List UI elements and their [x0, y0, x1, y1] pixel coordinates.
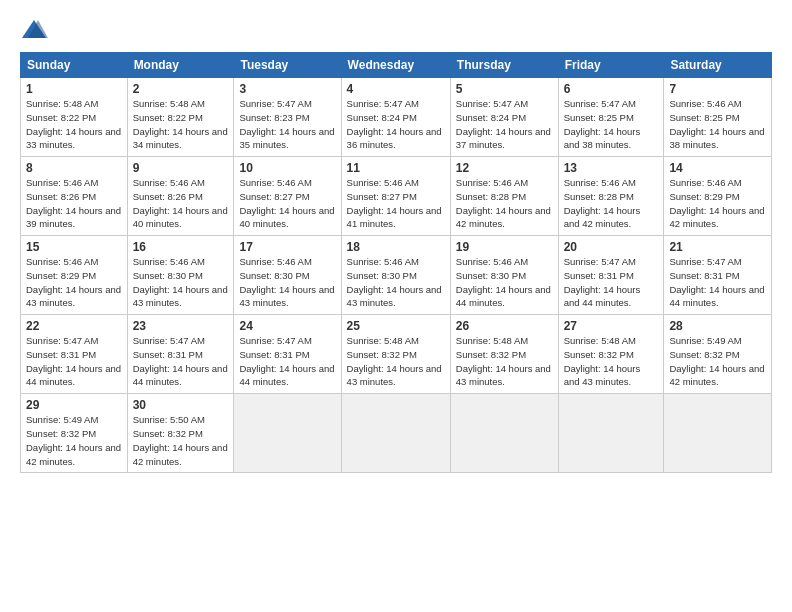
day-number: 9 — [133, 161, 229, 175]
day-info: Sunrise: 5:46 AMSunset: 8:30 PMDaylight:… — [239, 255, 335, 310]
day-info: Sunrise: 5:47 AMSunset: 8:31 PMDaylight:… — [564, 255, 659, 310]
day-info: Sunrise: 5:48 AMSunset: 8:22 PMDaylight:… — [133, 97, 229, 152]
day-cell-22: 22Sunrise: 5:47 AMSunset: 8:31 PMDayligh… — [21, 315, 128, 394]
day-number: 5 — [456, 82, 553, 96]
day-number: 30 — [133, 398, 229, 412]
logo-icon — [20, 16, 48, 44]
day-info: Sunrise: 5:48 AMSunset: 8:32 PMDaylight:… — [347, 334, 445, 389]
day-number: 16 — [133, 240, 229, 254]
weekday-header-saturday: Saturday — [664, 53, 772, 78]
day-cell-4: 4Sunrise: 5:47 AMSunset: 8:24 PMDaylight… — [341, 78, 450, 157]
day-number: 11 — [347, 161, 445, 175]
day-number: 20 — [564, 240, 659, 254]
day-cell-18: 18Sunrise: 5:46 AMSunset: 8:30 PMDayligh… — [341, 236, 450, 315]
day-cell-3: 3Sunrise: 5:47 AMSunset: 8:23 PMDaylight… — [234, 78, 341, 157]
empty-cell — [450, 394, 558, 473]
logo — [20, 16, 52, 44]
day-info: Sunrise: 5:46 AMSunset: 8:29 PMDaylight:… — [669, 176, 766, 231]
page: SundayMondayTuesdayWednesdayThursdayFrid… — [0, 0, 792, 612]
day-number: 10 — [239, 161, 335, 175]
day-cell-23: 23Sunrise: 5:47 AMSunset: 8:31 PMDayligh… — [127, 315, 234, 394]
day-number: 14 — [669, 161, 766, 175]
day-cell-29: 29Sunrise: 5:49 AMSunset: 8:32 PMDayligh… — [21, 394, 128, 473]
weekday-header-thursday: Thursday — [450, 53, 558, 78]
empty-cell — [341, 394, 450, 473]
day-cell-28: 28Sunrise: 5:49 AMSunset: 8:32 PMDayligh… — [664, 315, 772, 394]
weekday-header-friday: Friday — [558, 53, 664, 78]
day-info: Sunrise: 5:46 AMSunset: 8:26 PMDaylight:… — [133, 176, 229, 231]
day-cell-19: 19Sunrise: 5:46 AMSunset: 8:30 PMDayligh… — [450, 236, 558, 315]
day-number: 28 — [669, 319, 766, 333]
day-info: Sunrise: 5:46 AMSunset: 8:25 PMDaylight:… — [669, 97, 766, 152]
day-number: 8 — [26, 161, 122, 175]
day-cell-30: 30Sunrise: 5:50 AMSunset: 8:32 PMDayligh… — [127, 394, 234, 473]
day-number: 17 — [239, 240, 335, 254]
day-cell-12: 12Sunrise: 5:46 AMSunset: 8:28 PMDayligh… — [450, 157, 558, 236]
day-number: 26 — [456, 319, 553, 333]
day-info: Sunrise: 5:47 AMSunset: 8:31 PMDaylight:… — [133, 334, 229, 389]
day-info: Sunrise: 5:47 AMSunset: 8:31 PMDaylight:… — [26, 334, 122, 389]
day-info: Sunrise: 5:47 AMSunset: 8:23 PMDaylight:… — [239, 97, 335, 152]
day-cell-15: 15Sunrise: 5:46 AMSunset: 8:29 PMDayligh… — [21, 236, 128, 315]
day-number: 4 — [347, 82, 445, 96]
day-number: 7 — [669, 82, 766, 96]
day-cell-6: 6Sunrise: 5:47 AMSunset: 8:25 PMDaylight… — [558, 78, 664, 157]
header — [20, 16, 772, 44]
weekday-header-sunday: Sunday — [21, 53, 128, 78]
weekday-header-tuesday: Tuesday — [234, 53, 341, 78]
day-cell-8: 8Sunrise: 5:46 AMSunset: 8:26 PMDaylight… — [21, 157, 128, 236]
day-info: Sunrise: 5:47 AMSunset: 8:25 PMDaylight:… — [564, 97, 659, 152]
day-number: 23 — [133, 319, 229, 333]
day-info: Sunrise: 5:50 AMSunset: 8:32 PMDaylight:… — [133, 413, 229, 468]
day-cell-14: 14Sunrise: 5:46 AMSunset: 8:29 PMDayligh… — [664, 157, 772, 236]
week-row-4: 22Sunrise: 5:47 AMSunset: 8:31 PMDayligh… — [21, 315, 772, 394]
day-info: Sunrise: 5:46 AMSunset: 8:30 PMDaylight:… — [133, 255, 229, 310]
empty-cell — [558, 394, 664, 473]
day-number: 21 — [669, 240, 766, 254]
day-info: Sunrise: 5:46 AMSunset: 8:27 PMDaylight:… — [347, 176, 445, 231]
week-row-2: 8Sunrise: 5:46 AMSunset: 8:26 PMDaylight… — [21, 157, 772, 236]
day-cell-27: 27Sunrise: 5:48 AMSunset: 8:32 PMDayligh… — [558, 315, 664, 394]
day-number: 6 — [564, 82, 659, 96]
empty-cell — [664, 394, 772, 473]
day-info: Sunrise: 5:48 AMSunset: 8:22 PMDaylight:… — [26, 97, 122, 152]
day-number: 2 — [133, 82, 229, 96]
empty-cell — [234, 394, 341, 473]
day-cell-11: 11Sunrise: 5:46 AMSunset: 8:27 PMDayligh… — [341, 157, 450, 236]
day-cell-13: 13Sunrise: 5:46 AMSunset: 8:28 PMDayligh… — [558, 157, 664, 236]
day-info: Sunrise: 5:46 AMSunset: 8:29 PMDaylight:… — [26, 255, 122, 310]
weekday-header-wednesday: Wednesday — [341, 53, 450, 78]
calendar-table: SundayMondayTuesdayWednesdayThursdayFrid… — [20, 52, 772, 473]
day-info: Sunrise: 5:49 AMSunset: 8:32 PMDaylight:… — [669, 334, 766, 389]
day-number: 3 — [239, 82, 335, 96]
day-info: Sunrise: 5:47 AMSunset: 8:31 PMDaylight:… — [239, 334, 335, 389]
week-row-5: 29Sunrise: 5:49 AMSunset: 8:32 PMDayligh… — [21, 394, 772, 473]
day-cell-25: 25Sunrise: 5:48 AMSunset: 8:32 PMDayligh… — [341, 315, 450, 394]
day-info: Sunrise: 5:46 AMSunset: 8:30 PMDaylight:… — [347, 255, 445, 310]
day-cell-16: 16Sunrise: 5:46 AMSunset: 8:30 PMDayligh… — [127, 236, 234, 315]
day-cell-21: 21Sunrise: 5:47 AMSunset: 8:31 PMDayligh… — [664, 236, 772, 315]
week-row-1: 1Sunrise: 5:48 AMSunset: 8:22 PMDaylight… — [21, 78, 772, 157]
weekday-header-row: SundayMondayTuesdayWednesdayThursdayFrid… — [21, 53, 772, 78]
day-cell-7: 7Sunrise: 5:46 AMSunset: 8:25 PMDaylight… — [664, 78, 772, 157]
day-info: Sunrise: 5:48 AMSunset: 8:32 PMDaylight:… — [456, 334, 553, 389]
day-cell-9: 9Sunrise: 5:46 AMSunset: 8:26 PMDaylight… — [127, 157, 234, 236]
day-number: 25 — [347, 319, 445, 333]
day-info: Sunrise: 5:46 AMSunset: 8:28 PMDaylight:… — [564, 176, 659, 231]
day-number: 24 — [239, 319, 335, 333]
day-number: 15 — [26, 240, 122, 254]
day-info: Sunrise: 5:48 AMSunset: 8:32 PMDaylight:… — [564, 334, 659, 389]
day-cell-26: 26Sunrise: 5:48 AMSunset: 8:32 PMDayligh… — [450, 315, 558, 394]
day-number: 29 — [26, 398, 122, 412]
day-number: 22 — [26, 319, 122, 333]
day-number: 27 — [564, 319, 659, 333]
day-cell-10: 10Sunrise: 5:46 AMSunset: 8:27 PMDayligh… — [234, 157, 341, 236]
day-number: 12 — [456, 161, 553, 175]
day-info: Sunrise: 5:47 AMSunset: 8:31 PMDaylight:… — [669, 255, 766, 310]
day-info: Sunrise: 5:46 AMSunset: 8:30 PMDaylight:… — [456, 255, 553, 310]
day-info: Sunrise: 5:47 AMSunset: 8:24 PMDaylight:… — [347, 97, 445, 152]
day-cell-24: 24Sunrise: 5:47 AMSunset: 8:31 PMDayligh… — [234, 315, 341, 394]
day-info: Sunrise: 5:49 AMSunset: 8:32 PMDaylight:… — [26, 413, 122, 468]
day-info: Sunrise: 5:46 AMSunset: 8:28 PMDaylight:… — [456, 176, 553, 231]
day-number: 18 — [347, 240, 445, 254]
